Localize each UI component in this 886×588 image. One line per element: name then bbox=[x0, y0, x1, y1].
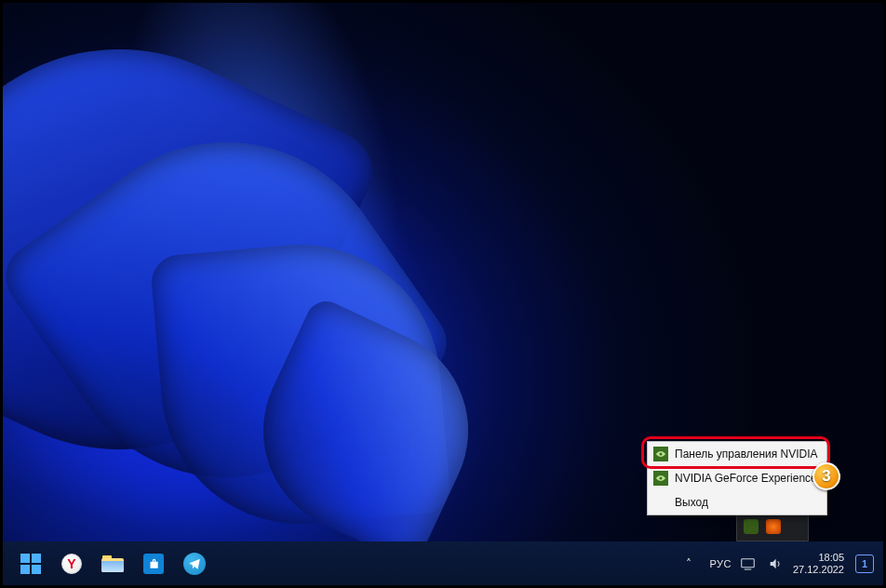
annotation-step-badge: 3 bbox=[812, 462, 840, 490]
menu-item-nvidia-control-panel[interactable]: Панель управления NVIDIA bbox=[648, 442, 826, 466]
file-explorer-icon bbox=[101, 555, 124, 572]
taskbar-app-telegram[interactable] bbox=[176, 545, 213, 582]
taskbar-clock[interactable]: 18:05 27.12.2022 bbox=[793, 552, 846, 575]
nvidia-eye-icon bbox=[653, 471, 668, 486]
taskbar-right-group: ˄ РУС 18:05 27.12.2022 1 bbox=[678, 545, 874, 582]
menu-item-exit[interactable]: Выход bbox=[648, 490, 826, 514]
notification-count: 1 bbox=[862, 558, 867, 569]
menu-item-label: Выход bbox=[675, 496, 708, 509]
telegram-icon bbox=[183, 553, 206, 575]
taskbar: Y ˄ РУС bbox=[3, 541, 883, 585]
start-button[interactable] bbox=[12, 545, 49, 582]
taskbar-app-yandex[interactable]: Y bbox=[53, 545, 90, 582]
nvidia-eye-icon bbox=[653, 447, 668, 461]
network-icon[interactable] bbox=[741, 556, 758, 571]
nvidia-context-menu: Панель управления NVIDIA NVIDIA GeForce … bbox=[647, 441, 827, 515]
notification-center-button[interactable]: 1 bbox=[855, 555, 874, 573]
tray-overflow-button[interactable]: ˄ bbox=[678, 545, 700, 582]
microsoft-store-icon bbox=[143, 554, 164, 574]
nvidia-tray-icon[interactable] bbox=[744, 519, 758, 534]
menu-item-geforce-experience[interactable]: NVIDIA GeForce Experience bbox=[648, 466, 826, 490]
tray-overflow-popup[interactable] bbox=[736, 512, 809, 541]
step-number: 3 bbox=[822, 467, 830, 486]
screenshot-root: Панель управления NVIDIA NVIDIA GeForce … bbox=[0, 0, 886, 588]
clock-date: 27.12.2022 bbox=[793, 564, 844, 576]
taskbar-app-explorer[interactable] bbox=[94, 545, 131, 582]
yandex-icon: Y bbox=[61, 554, 82, 574]
chevron-up-icon: ˄ bbox=[686, 557, 691, 570]
clock-time: 18:05 bbox=[793, 552, 844, 564]
tray-icon[interactable] bbox=[766, 519, 781, 534]
volume-icon[interactable] bbox=[767, 556, 784, 571]
menu-item-label: NVIDIA GeForce Experience bbox=[675, 472, 817, 485]
menu-item-label: Панель управления NVIDIA bbox=[675, 448, 818, 461]
language-indicator[interactable]: РУС bbox=[709, 558, 732, 569]
taskbar-app-store[interactable] bbox=[135, 545, 172, 582]
windows-logo-icon bbox=[20, 553, 42, 575]
svg-rect-0 bbox=[742, 558, 755, 567]
taskbar-left-group: Y bbox=[12, 545, 213, 582]
